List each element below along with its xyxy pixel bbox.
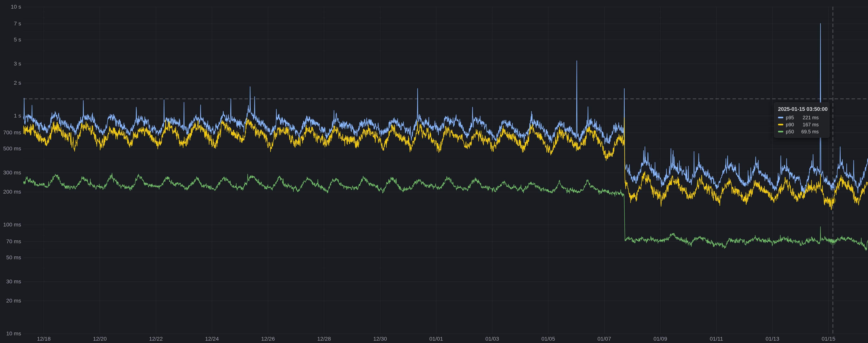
x-axis-label: 12/24 xyxy=(205,336,219,343)
tooltip-timestamp: 2025-01-15 03:50:00 xyxy=(778,106,825,113)
y-axis-label: 5 s xyxy=(1,36,21,43)
y-axis-label: 700 ms xyxy=(1,129,21,136)
y-axis-label: 300 ms xyxy=(1,169,21,176)
x-axis-label: 01/11 xyxy=(710,336,723,343)
p90-series-swatch xyxy=(778,124,783,125)
tooltip-series-value: 167 ms xyxy=(803,122,819,127)
y-axis-label: 1 s xyxy=(1,113,21,119)
tooltip-series-value: 69.5 ms xyxy=(801,129,819,134)
tooltip-series-label: p90 xyxy=(786,122,794,127)
tooltip-row-p50: p50 69.5 ms xyxy=(778,128,825,135)
x-axis-label: 01/05 xyxy=(541,336,555,343)
tooltip-row-p95: p95 221 ms xyxy=(778,114,825,121)
y-axis-label: 2 s xyxy=(1,80,21,86)
x-axis-label: 12/18 xyxy=(37,336,51,343)
y-axis-label: 20 ms xyxy=(1,298,21,304)
p50-series-swatch xyxy=(778,131,783,132)
x-axis-label: 12/26 xyxy=(261,336,275,343)
x-axis-label: 01/09 xyxy=(653,336,667,343)
y-axis-label: 7 s xyxy=(1,20,21,27)
y-axis-label: 10 ms xyxy=(1,330,21,337)
tooltip-row-p90: p90 167 ms xyxy=(778,121,825,128)
y-axis-label: 3 s xyxy=(1,60,21,67)
y-axis-label: 100 ms xyxy=(1,221,21,228)
tooltip-series-label: p95 xyxy=(786,115,794,121)
x-axis-label: 01/13 xyxy=(766,336,779,343)
y-axis-label: 500 ms xyxy=(1,145,21,152)
y-axis-label: 200 ms xyxy=(1,188,21,195)
x-axis-label: 01/07 xyxy=(597,336,611,343)
y-axis-label: 10 s xyxy=(1,3,21,10)
latency-timeseries-plot[interactable] xyxy=(0,0,868,343)
x-axis-label: 12/22 xyxy=(149,336,163,343)
x-axis-label: 12/30 xyxy=(373,336,387,343)
tooltip-series-label: p50 xyxy=(786,129,794,134)
x-axis-label: 12/20 xyxy=(93,336,106,343)
y-axis-label: 70 ms xyxy=(1,238,21,245)
hover-tooltip: 2025-01-15 03:50:00 p95 221 ms p90 167 m… xyxy=(774,102,830,138)
latency-percentiles-panel: 10 s7 s5 s3 s2 s1 s700 ms500 ms300 ms200… xyxy=(0,0,868,343)
y-axis-label: 50 ms xyxy=(1,254,21,261)
x-axis-label: 01/03 xyxy=(485,336,499,343)
x-axis-label: 01/15 xyxy=(822,336,835,343)
p95-series-swatch xyxy=(778,117,783,118)
y-axis-label: 30 ms xyxy=(1,278,21,285)
x-axis-label: 12/28 xyxy=(317,336,331,343)
tooltip-series-value: 221 ms xyxy=(803,115,819,121)
x-axis-label: 01/01 xyxy=(429,336,443,343)
